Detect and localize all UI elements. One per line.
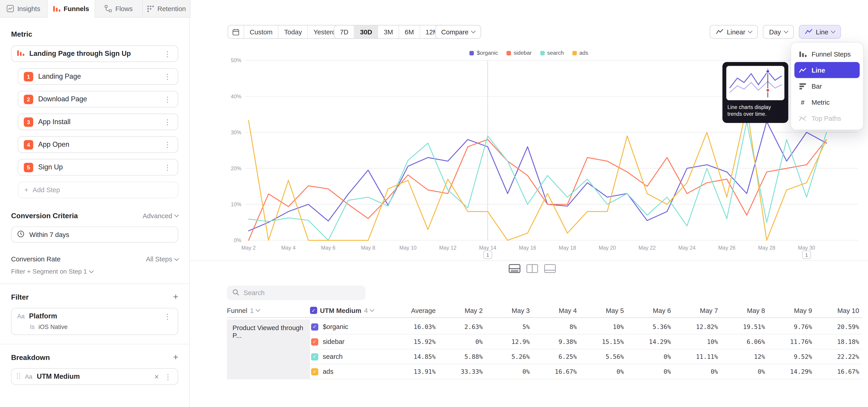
- add-filter-button[interactable]: +: [173, 292, 178, 301]
- funnel-step-app-install[interactable]: 3 App Install ⋮: [18, 114, 178, 130]
- select-all-checkbox[interactable]: ✓: [310, 307, 317, 314]
- range-7d-button[interactable]: 7D: [334, 26, 354, 38]
- layout-side-by-side-button[interactable]: [526, 264, 538, 273]
- date-column-header[interactable]: May 8: [720, 307, 767, 314]
- filter-operator[interactable]: Is: [30, 323, 35, 330]
- date-column-header[interactable]: May 7: [673, 307, 720, 314]
- menu-item-line[interactable]: Line: [794, 62, 860, 78]
- daily-value: 0%: [720, 368, 767, 375]
- chevron-down-icon: [831, 29, 836, 33]
- row-checkbox[interactable]: ✓: [311, 353, 318, 360]
- all-steps-dropdown[interactable]: All Steps: [146, 255, 178, 263]
- series-name-label: search: [323, 353, 343, 361]
- x-axis-tick-label: May 10: [399, 245, 416, 251]
- add-breakdown-button[interactable]: +: [173, 353, 178, 362]
- daily-value: 16.67%: [532, 368, 579, 375]
- line-chart-tooltip: Line charts display trends over time.: [722, 62, 788, 123]
- funnel-column-header[interactable]: Funnel 1: [227, 307, 310, 314]
- filter-platform-card[interactable]: Aa Platform ⋮ Is iOS Native: [11, 308, 178, 335]
- row-checkbox[interactable]: ✓: [311, 368, 318, 375]
- menu-item-bar[interactable]: Bar: [794, 78, 860, 94]
- chart-type-menu: Funnel Steps Line Bar # Metric Top Paths: [790, 42, 864, 130]
- series-name-label: ads: [323, 368, 333, 375]
- funnel-step-landing-page[interactable]: 1 Landing Page ⋮: [18, 68, 178, 85]
- day-granularity-dropdown[interactable]: Day: [763, 25, 794, 39]
- compare-label: Compare: [441, 28, 469, 36]
- kebab-menu-icon[interactable]: ⋮: [163, 373, 173, 380]
- date-column-header[interactable]: May 4: [532, 307, 579, 314]
- layout-chart-only-button[interactable]: [544, 264, 556, 273]
- date-column-header[interactable]: May 3: [485, 307, 532, 314]
- kebab-menu-icon[interactable]: ⋮: [163, 164, 172, 171]
- tab-flows[interactable]: Flows: [95, 0, 143, 17]
- funnel-step-sign-up[interactable]: 5 Sign Up ⋮: [18, 159, 178, 176]
- funnel-icon: [17, 50, 24, 58]
- kebab-menu-icon[interactable]: ⋮: [163, 312, 172, 320]
- chart-type-dropdown[interactable]: Line: [799, 25, 841, 39]
- funnel-group-cell[interactable]: Product Viewed through P...: [227, 319, 310, 379]
- add-step-label: Add Step: [33, 186, 60, 194]
- filter-segment-toggle[interactable]: Filter + Segment on Step 1: [11, 268, 178, 275]
- kebab-menu-icon[interactable]: ⋮: [163, 141, 172, 148]
- daily-value: 12%: [720, 353, 767, 360]
- daily-value: 19.51%: [720, 323, 767, 330]
- table-header-row: Funnel 1 ✓ UTM Medium 4 Average May 2May…: [227, 304, 862, 318]
- series-name-label: sidebar: [323, 338, 344, 345]
- range-30d-button[interactable]: 30D: [354, 26, 378, 38]
- custom-range-button[interactable]: Custom: [244, 26, 279, 38]
- utm-medium-column-header[interactable]: ✓ UTM Medium 4: [310, 307, 375, 314]
- menu-item-funnel-steps[interactable]: Funnel Steps: [794, 46, 860, 62]
- conversion-window-label: Within 7 days: [29, 231, 69, 238]
- tab-insights[interactable]: Insights: [0, 0, 48, 17]
- row-checkbox[interactable]: ✓: [311, 338, 318, 345]
- kebab-menu-icon[interactable]: ⋮: [163, 73, 172, 80]
- layout-chart-and-table-button[interactable]: [509, 264, 520, 273]
- menu-item-metric[interactable]: # Metric: [794, 94, 860, 110]
- date-column-header[interactable]: May 2: [438, 307, 485, 314]
- tab-funnels[interactable]: Funnels: [48, 0, 95, 18]
- advanced-dropdown[interactable]: Advanced: [143, 212, 178, 220]
- conversion-window-button[interactable]: Within 7 days: [11, 226, 178, 243]
- search-input[interactable]: [244, 289, 360, 296]
- range-3m-button[interactable]: 3M: [378, 26, 399, 38]
- funnel-count: 1: [250, 307, 254, 314]
- daily-value: 0%: [626, 368, 673, 375]
- step-number-badge: 3: [24, 117, 33, 127]
- funnel-step-download-page[interactable]: 2 Download Page ⋮: [18, 91, 178, 107]
- daily-value: 9.52%: [767, 353, 814, 360]
- range-6m-button[interactable]: 6M: [399, 26, 420, 38]
- kebab-menu-icon[interactable]: ⋮: [163, 50, 172, 57]
- remove-breakdown-icon[interactable]: ×: [154, 373, 159, 380]
- daily-value: 0%: [438, 338, 485, 345]
- kebab-menu-icon[interactable]: ⋮: [163, 118, 172, 125]
- linear-scale-dropdown[interactable]: Linear: [710, 25, 758, 39]
- step-label: Landing Page: [38, 72, 158, 80]
- funnel-metric-card[interactable]: Landing Page through Sign Up ⋮: [11, 45, 178, 62]
- drag-handle-icon[interactable]: [17, 372, 20, 381]
- x-axis-tick-label: May 24: [678, 245, 695, 251]
- step-number-badge: 5: [24, 163, 33, 172]
- today-button[interactable]: Today: [279, 26, 308, 38]
- annotation-badge-label: 1: [486, 252, 489, 258]
- funnel-step-app-open[interactable]: 4 App Open ⋮: [18, 136, 178, 153]
- average-column-header[interactable]: Average: [375, 307, 438, 314]
- menu-item-label: Funnel Steps: [811, 50, 850, 58]
- filter-property-label: Platform: [29, 312, 158, 320]
- compare-button[interactable]: Compare: [435, 25, 481, 39]
- tab-retention[interactable]: Retention: [143, 0, 191, 17]
- breakdown-utm-medium-card[interactable]: Aa UTM Medium × ⋮: [11, 368, 178, 385]
- filter-value[interactable]: iOS Native: [38, 323, 68, 330]
- date-column-header[interactable]: May 9: [767, 307, 814, 314]
- x-axis-tick-label: May 30: [798, 245, 815, 251]
- date-column-header[interactable]: May 5: [579, 307, 626, 314]
- line-chart-preview: [726, 66, 784, 100]
- daily-value: 8%: [532, 323, 579, 330]
- calendar-icon-button[interactable]: [228, 26, 244, 38]
- kebab-menu-icon[interactable]: ⋮: [163, 95, 172, 103]
- row-checkbox[interactable]: ✓: [311, 323, 318, 330]
- add-step-button[interactable]: + Add Step: [18, 182, 178, 198]
- date-column-header[interactable]: May 10: [814, 307, 861, 314]
- daily-value: 11.76%: [767, 338, 814, 345]
- daily-value: 0%: [673, 368, 720, 375]
- date-column-header[interactable]: May 6: [626, 307, 673, 314]
